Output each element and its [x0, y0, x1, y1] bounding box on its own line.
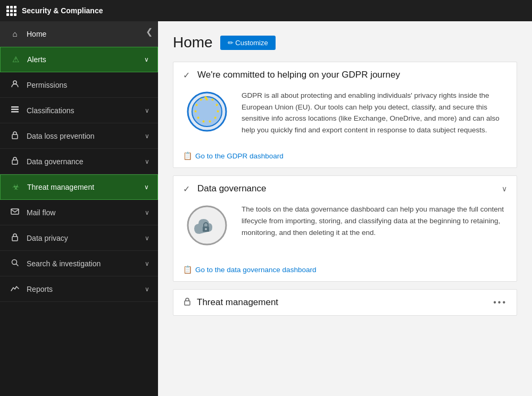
svg-text:★: ★ — [211, 97, 214, 102]
page-header: Home ✏ Customize — [173, 34, 517, 51]
cloud-lock-icon — [183, 201, 231, 249]
gdpr-link-label: Go to the GDPR dashboard — [195, 152, 284, 160]
chevron-down-icon: ∨ — [145, 209, 149, 216]
chevron-down-icon: ∨ — [502, 184, 507, 193]
sidebar-item-label: Alerts — [27, 55, 144, 64]
svg-text:★: ★ — [204, 95, 207, 100]
svg-text:★: ★ — [195, 103, 198, 107]
app-grid-icon — [6, 6, 16, 16]
svg-text:★: ★ — [199, 97, 203, 102]
sidebar-item-data-privacy[interactable]: Data privacy ∨ — [0, 225, 158, 251]
svg-line-9 — [16, 264, 19, 266]
sidebar-item-reports[interactable]: Reports ∨ — [0, 276, 158, 302]
svg-point-0 — [13, 81, 16, 84]
gdpr-dashboard-link[interactable]: 📋 Go to the GDPR dashboard — [173, 146, 517, 167]
sidebar-item-label: Permissions — [27, 81, 149, 89]
data-governance-link-label: Go to the data governance dashboard — [195, 266, 316, 274]
sidebar-item-label: Home — [27, 30, 149, 38]
sidebar-item-label: Data loss prevention — [27, 132, 145, 140]
threat-icon: ☣ — [9, 182, 22, 192]
data-governance-card: ✓ Data governance ∨ — [173, 175, 517, 282]
permissions-icon — [9, 80, 21, 90]
gdpr-card-text: GDPR is all about protecting and enablin… — [242, 88, 507, 136]
sidebar-item-threat-management[interactable]: ☣ Threat management ∨ — [0, 174, 158, 200]
sidebar-item-label: Mail flow — [27, 208, 145, 217]
svg-rect-7 — [12, 237, 18, 241]
chevron-down-icon: ∨ — [144, 183, 149, 191]
sidebar-item-permissions[interactable]: Permissions — [0, 72, 158, 98]
dlp-icon — [9, 131, 21, 141]
top-bar: Security & Compliance — [0, 0, 532, 21]
clipboard-icon: 📋 — [183, 151, 192, 160]
gdpr-card-header[interactable]: ✓ We're committed to helping on your GDP… — [173, 62, 517, 88]
svg-text:★: ★ — [213, 115, 217, 120]
sidebar-item-home[interactable]: ⌂ Home — [0, 21, 158, 47]
app-title: Security & Compliance — [22, 6, 103, 15]
sidebar-item-data-governance[interactable]: Data governance ∨ — [0, 149, 158, 174]
lock-icon — [183, 297, 192, 308]
sidebar-item-data-loss-prevention[interactable]: Data loss prevention ∨ — [0, 123, 158, 149]
svg-text:★: ★ — [208, 119, 212, 124]
threat-management-card-header[interactable]: Threat management ••• — [173, 290, 517, 315]
data-governance-card-title: Data governance — [197, 183, 496, 194]
svg-rect-4 — [12, 134, 18, 139]
chevron-down-icon: ∨ — [145, 132, 149, 140]
sidebar: ❮ ⌂ Home ⚠ Alerts ∨ Permissions Classifi… — [0, 21, 158, 396]
sidebar-item-label: Search & investigation — [27, 259, 145, 268]
sidebar-item-alerts[interactable]: ⚠ Alerts ∨ — [0, 47, 158, 72]
svg-text:★: ★ — [215, 103, 219, 107]
more-options-icon[interactable]: ••• — [493, 298, 507, 307]
alerts-icon: ⚠ — [9, 55, 22, 64]
chevron-down-icon: ∨ — [145, 285, 149, 293]
gdpr-icon: ★ ★ ★ ★ ★ ★ ★ ★ ★ ★ ★ ★ — [183, 88, 231, 136]
svg-text:★: ★ — [216, 109, 220, 114]
main-layout: ❮ ⌂ Home ⚠ Alerts ∨ Permissions Classifi… — [0, 21, 532, 396]
svg-text:★: ★ — [202, 119, 205, 124]
sidebar-item-label: Classifications — [27, 106, 145, 115]
threat-management-card: Threat management ••• — [173, 289, 517, 316]
classifications-icon — [9, 105, 21, 115]
page-title: Home — [173, 34, 213, 51]
mail-icon — [9, 207, 21, 217]
check-icon: ✓ — [183, 184, 190, 194]
chevron-down-icon: ∨ — [145, 107, 149, 114]
sidebar-item-label: Threat management — [27, 183, 144, 191]
svg-rect-5 — [12, 160, 18, 164]
svg-point-30 — [205, 228, 207, 230]
svg-rect-1 — [11, 106, 19, 108]
svg-rect-3 — [11, 111, 19, 113]
sidebar-item-mail-flow[interactable]: Mail flow ∨ — [0, 200, 158, 225]
sidebar-item-search-investigation[interactable]: Search & investigation ∨ — [0, 251, 158, 276]
svg-text:★: ★ — [194, 109, 197, 114]
gdpr-card: ✓ We're committed to helping on your GDP… — [173, 62, 517, 168]
sidebar-item-classifications[interactable]: Classifications ∨ — [0, 98, 158, 123]
chevron-down-icon: ∨ — [144, 56, 149, 63]
data-governance-dashboard-link[interactable]: 📋 Go to the data governance dashboard — [173, 260, 517, 281]
chevron-down-icon: ∨ — [145, 260, 149, 267]
threat-management-card-title: Threat management — [197, 297, 488, 308]
clipboard-icon: 📋 — [183, 265, 192, 274]
gdpr-card-title: We're committed to helping on your GDPR … — [197, 70, 507, 80]
data-governance-card-text: The tools on the data governance dashboa… — [242, 201, 507, 238]
chevron-down-icon: ∨ — [145, 158, 149, 165]
data-governance-card-body: The tools on the data governance dashboa… — [173, 201, 517, 260]
gdpr-card-body: ★ ★ ★ ★ ★ ★ ★ ★ ★ ★ ★ ★ — [173, 88, 517, 146]
sidebar-item-label: Data privacy — [27, 234, 145, 242]
main-content: Home ✏ Customize ✓ We're committed to he… — [158, 21, 532, 396]
svg-text:★: ★ — [196, 115, 200, 120]
svg-rect-31 — [185, 301, 190, 305]
home-icon: ⌂ — [9, 29, 21, 38]
search-icon — [9, 258, 21, 268]
sidebar-item-label: Data governance — [27, 157, 145, 166]
sidebar-collapse-button[interactable]: ❮ — [146, 27, 153, 37]
data-privacy-icon — [9, 233, 21, 243]
svg-rect-2 — [11, 109, 19, 111]
data-governance-card-header[interactable]: ✓ Data governance ∨ — [173, 176, 517, 201]
sidebar-item-label: Reports — [27, 285, 145, 293]
reports-icon — [9, 284, 21, 294]
chevron-down-icon: ∨ — [145, 234, 149, 242]
svg-rect-6 — [11, 209, 19, 214]
customize-button[interactable]: ✏ Customize — [220, 36, 276, 50]
data-governance-icon — [9, 156, 21, 166]
check-icon: ✓ — [183, 70, 190, 80]
